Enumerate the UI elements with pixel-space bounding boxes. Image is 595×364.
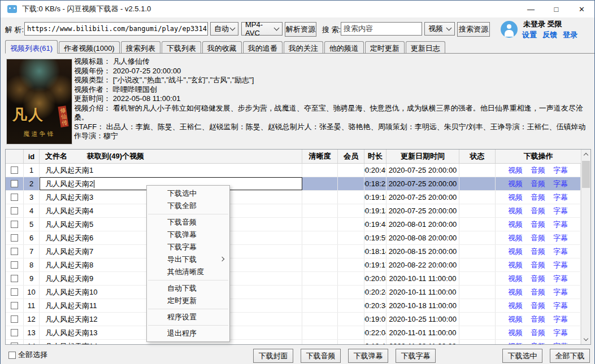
table-row[interactable]: 6 凡人风起天南6 00:19:59 2020-08-08 20:00:00 视… xyxy=(6,231,590,245)
menu-item[interactable]: 定时更新 xyxy=(147,295,229,307)
vertical-scrollbar[interactable] xyxy=(581,150,590,344)
download-video-link[interactable]: 视频 xyxy=(508,165,523,176)
tab-item[interactable]: 我的追番 xyxy=(243,41,283,53)
download-video-link[interactable]: 视频 xyxy=(508,179,523,189)
download-video-link[interactable]: 视频 xyxy=(508,287,523,297)
bottom-button[interactable]: 下载字幕 xyxy=(396,349,436,363)
tab-item[interactable]: 我的关注 xyxy=(284,41,323,53)
download-audio-link[interactable]: 音频 xyxy=(531,328,545,338)
table-row[interactable]: 9 凡人风起天南9 00:20:08 2020-10-11 11:00:00 视… xyxy=(6,272,590,286)
table-row[interactable]: 8 凡人风起天南8 00:19:17 2020-08-22 20:00:00 视… xyxy=(6,258,590,272)
table-row[interactable]: 5 凡人风起天南5 00:19:48 2020-08-01 20:00:00 视… xyxy=(6,218,590,231)
tab-item[interactable]: 作者视频(1000) xyxy=(59,41,120,53)
table-row[interactable]: 12 凡人风起天南12 00:19:09 2020-10-25 11:00:00… xyxy=(6,313,590,326)
download-subtitle-link[interactable]: 字幕 xyxy=(553,328,568,338)
download-audio-link[interactable]: 音频 xyxy=(531,179,545,189)
table-row[interactable]: 13 凡人风起天南13 00:22:04 2020-11-01 11:00:00… xyxy=(6,326,590,340)
table-row[interactable]: 10 凡人风起天南10 00:20:24 2020-10-11 11:00:00… xyxy=(6,286,590,299)
download-video-link[interactable]: 视频 xyxy=(508,314,523,324)
tab-item[interactable]: 定时更新 xyxy=(365,41,405,53)
download-subtitle-link[interactable]: 字幕 xyxy=(553,233,568,243)
download-audio-link[interactable]: 音频 xyxy=(531,260,545,270)
url-input[interactable]: https://www.bilibili.com/bangumi/play/ep… xyxy=(24,22,208,36)
download-video-link[interactable]: 视频 xyxy=(508,328,523,338)
table-row[interactable]: 3 凡人风起天南3 00:19:16 2020-07-25 20:00:00 视… xyxy=(6,191,590,204)
download-subtitle-link[interactable]: 字幕 xyxy=(553,165,568,176)
download-audio-link[interactable]: 音频 xyxy=(531,233,545,243)
row-checkbox[interactable] xyxy=(11,166,18,174)
maximize-button[interactable]: □ xyxy=(544,1,569,17)
bottom-button[interactable]: 下载选中 xyxy=(502,349,542,363)
row-checkbox[interactable] xyxy=(11,261,18,269)
table-row[interactable]: 1 凡人风起天南1 00:20:49 2020-07-25 20:00:00 视… xyxy=(6,164,590,177)
mode-select[interactable]: 自动 xyxy=(210,22,238,36)
download-subtitle-link[interactable]: 字幕 xyxy=(553,260,568,270)
row-checkbox[interactable] xyxy=(11,329,18,336)
row-checkbox[interactable] xyxy=(11,180,18,187)
bottom-button[interactable]: 全部下载 xyxy=(550,349,590,363)
tab-item[interactable]: 我的收藏 xyxy=(202,41,242,53)
download-audio-link[interactable]: 音频 xyxy=(531,247,545,257)
download-audio-link[interactable]: 音频 xyxy=(531,220,545,230)
download-subtitle-link[interactable]: 字幕 xyxy=(553,301,568,311)
bottom-button[interactable]: 下载弹幕 xyxy=(348,349,388,363)
menu-item[interactable]: 退出程序 xyxy=(147,327,229,340)
account-link[interactable]: 登录 xyxy=(563,30,577,40)
row-checkbox[interactable] xyxy=(11,275,18,282)
format-select[interactable]: MP4-AVC xyxy=(241,22,283,36)
download-subtitle-link[interactable]: 字幕 xyxy=(553,314,568,324)
download-subtitle-link[interactable]: 字幕 xyxy=(553,287,568,297)
table-row[interactable]: 4 凡人风起天南4 00:19:13 2020-07-25 20:00:00 视… xyxy=(6,204,590,218)
row-checkbox[interactable] xyxy=(11,194,18,201)
download-subtitle-link[interactable]: 字幕 xyxy=(553,192,568,203)
close-button[interactable]: ✕ xyxy=(569,1,594,17)
menu-item[interactable]: 下载全部 xyxy=(147,200,229,212)
download-subtitle-link[interactable]: 字幕 xyxy=(553,179,568,189)
download-video-link[interactable]: 视频 xyxy=(508,233,523,243)
menu-item[interactable]: 程序设置 xyxy=(147,311,229,323)
download-audio-link[interactable]: 音频 xyxy=(531,287,545,297)
table-row[interactable]: 2 凡人风起天南2 00:18:22 2020-07-25 20:00:00 视… xyxy=(6,177,590,191)
tab-item[interactable]: 更新日志 xyxy=(406,41,445,53)
download-video-link[interactable]: 视频 xyxy=(508,274,523,284)
account-link[interactable]: 反馈 xyxy=(542,30,557,40)
download-video-link[interactable]: 视频 xyxy=(508,260,523,270)
tab-item[interactable]: 搜索列表 xyxy=(121,41,160,53)
menu-item[interactable]: 下载选中 xyxy=(147,187,229,200)
tab-item[interactable]: 下载列表 xyxy=(162,41,201,53)
table-row[interactable]: 7 凡人风起天南7 00:18:14 2020-08-15 20:00:00 视… xyxy=(6,245,590,258)
download-video-link[interactable]: 视频 xyxy=(508,301,523,311)
table-row[interactable]: 14 凡人风起天南14 00:19:41 2020-11-08 11:00:00… xyxy=(6,340,590,345)
scrollbar-thumb[interactable] xyxy=(582,161,590,188)
bottom-button[interactable]: 下载封面 xyxy=(253,349,293,363)
download-audio-link[interactable]: 音频 xyxy=(531,192,545,203)
download-audio-link[interactable]: 音频 xyxy=(531,165,545,176)
download-audio-link[interactable]: 音频 xyxy=(531,206,545,216)
download-subtitle-link[interactable]: 字幕 xyxy=(553,247,568,257)
download-subtitle-link[interactable]: 字幕 xyxy=(553,206,568,216)
scroll-up-arrow-icon[interactable] xyxy=(581,150,590,159)
download-subtitle-link[interactable]: 字幕 xyxy=(553,274,568,284)
download-video-link[interactable]: 视频 xyxy=(508,206,523,216)
row-checkbox[interactable] xyxy=(11,207,18,214)
account-link[interactable]: 设置 xyxy=(522,30,537,40)
menu-item[interactable]: 其他清晰度 xyxy=(147,266,229,278)
parse-button[interactable]: 解析资源 xyxy=(285,22,316,37)
download-video-link[interactable]: 视频 xyxy=(508,247,523,257)
row-checkbox[interactable] xyxy=(11,288,18,296)
download-subtitle-link[interactable]: 字幕 xyxy=(553,220,568,230)
row-checkbox[interactable] xyxy=(11,248,18,255)
download-audio-link[interactable]: 音频 xyxy=(531,301,545,311)
avatar[interactable] xyxy=(501,21,518,38)
menu-item[interactable]: 下载弹幕 xyxy=(147,229,229,241)
search-type-select[interactable]: 视频 xyxy=(424,22,455,36)
menu-item[interactable]: 下载音频 xyxy=(147,216,229,229)
table-row[interactable]: 11 凡人风起天南11 00:20:34 2020-10-18 11:00:00… xyxy=(6,299,590,313)
download-video-link[interactable]: 视频 xyxy=(508,192,523,203)
tab-item[interactable]: 视频列表(61) xyxy=(5,40,58,54)
row-checkbox[interactable] xyxy=(11,315,18,323)
search-button[interactable]: 搜索资源 xyxy=(457,22,490,37)
minimize-button[interactable]: — xyxy=(518,1,544,17)
scroll-down-arrow-icon[interactable] xyxy=(581,335,590,344)
menu-item[interactable]: 自动下载 xyxy=(147,282,229,295)
